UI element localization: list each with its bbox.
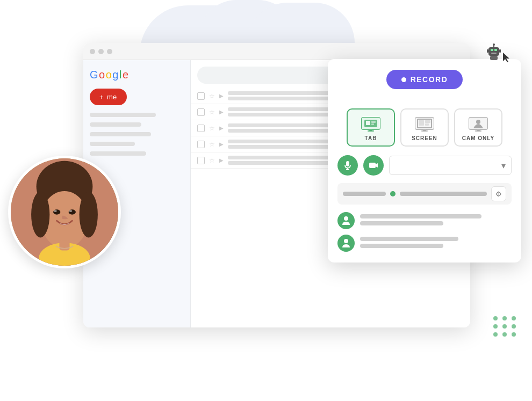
google-logo: Google <box>90 69 184 81</box>
svg-rect-6 <box>369 129 372 130</box>
svg-marker-25 <box>376 163 378 167</box>
star-icon[interactable]: ☆ <box>209 108 215 116</box>
user-name-line <box>360 214 481 218</box>
logo-l: l <box>119 69 121 81</box>
robot-antenna-ball <box>493 43 495 46</box>
svg-rect-20 <box>475 130 481 132</box>
user-info-lines <box>360 212 512 225</box>
svg-point-32 <box>80 192 98 238</box>
monitor-cam-svg <box>468 116 488 132</box>
email-checkbox[interactable] <box>197 141 205 148</box>
email-checkbox[interactable] <box>197 92 205 100</box>
deco-dot <box>493 316 498 320</box>
mode-cam-only[interactable]: CAM ONLY <box>454 108 502 147</box>
svg-rect-38 <box>59 240 69 250</box>
svg-rect-7 <box>368 130 374 132</box>
user-list-item[interactable] <box>337 212 512 229</box>
svg-point-35 <box>54 210 57 212</box>
svg-rect-5 <box>371 123 374 125</box>
browser-minimize-dot <box>98 49 104 54</box>
user-name-line <box>360 237 458 241</box>
deco-dot <box>502 332 507 337</box>
screen-mode-label: SCREEN <box>412 135 437 141</box>
svg-rect-15 <box>421 130 428 132</box>
svg-rect-21 <box>346 161 349 166</box>
robot-body <box>490 56 498 60</box>
deco-dot <box>493 324 498 329</box>
deco-dot <box>512 324 516 329</box>
tab-mode-icon <box>361 116 381 132</box>
compose-button[interactable]: + me <box>90 89 127 105</box>
svg-point-18 <box>476 120 480 124</box>
person-photo <box>8 156 121 268</box>
email-checkbox[interactable] <box>197 125 205 132</box>
logo-o2: o <box>106 69 112 81</box>
camera-button[interactable] <box>363 155 384 176</box>
email-checkbox[interactable] <box>197 157 205 164</box>
decorative-dots <box>493 316 517 337</box>
camera-icon <box>369 162 378 169</box>
user-list <box>337 212 512 252</box>
user-detail-line <box>360 244 443 248</box>
mode-screen[interactable]: SCREEN <box>400 108 449 147</box>
audio-controls-row: ▾ <box>337 155 512 176</box>
svg-rect-3 <box>366 121 370 125</box>
svg-rect-4 <box>371 121 376 123</box>
person-icon <box>342 238 350 248</box>
robot-mouth <box>491 53 497 54</box>
monitor-screen-svg <box>414 116 435 132</box>
tab-bar-item-right <box>400 192 487 196</box>
robot-eye-right <box>494 49 497 51</box>
star-icon[interactable]: ☆ <box>209 92 215 100</box>
cursor-icon <box>502 52 512 63</box>
chevron-down-icon: ▾ <box>501 161 506 171</box>
cursor-shape <box>503 53 509 62</box>
logo-e: e <box>123 69 128 81</box>
browser-close-dot <box>90 49 95 54</box>
tab-bar-row: ⚙ <box>337 183 512 205</box>
star-icon[interactable]: ☆ <box>209 157 215 164</box>
screen-mode-icon <box>414 116 435 132</box>
record-button-wrapper: RECORD <box>337 70 512 99</box>
email-checkbox[interactable] <box>197 108 205 116</box>
deco-dot <box>502 324 507 329</box>
monitor-tab-svg <box>361 116 381 132</box>
cam-only-mode-icon <box>468 116 488 132</box>
svg-rect-11 <box>419 120 424 126</box>
user-avatar <box>337 235 355 252</box>
face-illustration <box>11 158 118 266</box>
compose-plus-icon: + <box>99 93 104 101</box>
user-list-item[interactable] <box>337 235 512 252</box>
gear-icon: ⚙ <box>495 190 502 198</box>
label-icon: ▶ <box>219 141 224 147</box>
microphone-button[interactable] <box>337 155 358 176</box>
mode-tab[interactable]: TAB <box>347 108 395 147</box>
label-icon: ▶ <box>219 157 224 163</box>
svg-rect-19 <box>477 129 480 130</box>
screencast-panel: RECORD <box>328 59 521 263</box>
robot-ear-right <box>499 49 501 53</box>
cam-only-mode-label: CAM ONLY <box>462 135 494 141</box>
tab-active-dot <box>390 191 396 196</box>
robot-icon <box>485 43 503 61</box>
svg-rect-24 <box>369 163 376 168</box>
sidebar-nav-lines <box>90 113 184 156</box>
person-icon <box>342 216 350 225</box>
svg-rect-13 <box>425 123 429 126</box>
star-icon[interactable]: ☆ <box>209 125 215 132</box>
user-info-lines <box>360 235 512 248</box>
logo-o1: o <box>99 69 105 81</box>
svg-point-31 <box>31 192 49 238</box>
star-icon[interactable]: ☆ <box>209 141 215 148</box>
record-button[interactable]: RECORD <box>386 70 463 89</box>
settings-button[interactable]: ⚙ <box>491 186 506 201</box>
logo-g: G <box>90 69 98 81</box>
tab-mode-label: TAB <box>365 135 377 141</box>
deco-dot <box>502 316 507 320</box>
record-label: RECORD <box>411 75 448 84</box>
robot-eye-left <box>491 49 493 51</box>
mode-selection: TAB SCREEN <box>337 108 512 147</box>
svg-point-27 <box>344 239 348 243</box>
label-icon: ▶ <box>219 109 224 115</box>
device-dropdown[interactable]: ▾ <box>389 156 512 175</box>
